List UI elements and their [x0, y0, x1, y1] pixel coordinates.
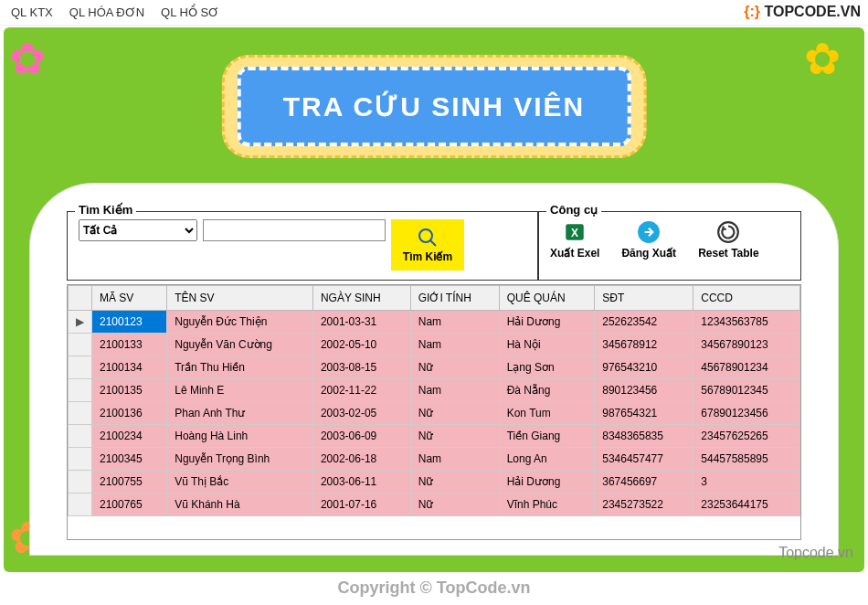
table-cell[interactable]: Phan Anh Thư — [167, 402, 313, 425]
table-cell[interactable]: Lạng Sơn — [499, 356, 595, 379]
table-cell[interactable]: 2002-11-22 — [312, 379, 410, 402]
table-cell[interactable]: Vĩnh Phúc — [499, 494, 595, 516]
table-cell[interactable]: Trần Thu Hiền — [167, 356, 313, 379]
table-cell[interactable]: Nam — [410, 448, 499, 471]
row-indicator — [69, 402, 92, 425]
table-cell[interactable]: 45678901234 — [693, 356, 800, 379]
table-cell[interactable]: 2003-06-09 — [312, 425, 410, 448]
table-cell[interactable]: 2100234 — [92, 425, 167, 448]
table-cell[interactable]: Nguyễn Đức Thiện — [167, 311, 313, 334]
table-cell[interactable]: Hải Dương — [499, 311, 595, 334]
search-input[interactable] — [203, 219, 386, 241]
table-cell[interactable]: 976543210 — [595, 356, 693, 379]
search-fieldset: Tìm Kiếm Tất Cả Tìm Kiếm — [67, 211, 538, 281]
table-cell[interactable]: 5346457477 — [595, 448, 693, 471]
column-header[interactable]: SĐT — [595, 286, 693, 311]
table-cell[interactable]: 12343563785 — [693, 311, 800, 334]
table-row[interactable]: 2100755Vũ Thị Bắc2003-06-11NữHải Dương36… — [69, 471, 800, 494]
table-cell[interactable]: 2100133 — [92, 334, 167, 356]
table-cell[interactable]: Hoàng Hà Linh — [167, 425, 313, 448]
table-cell[interactable]: 2001-07-16 — [312, 494, 410, 516]
excel-icon: X — [562, 219, 587, 245]
table-cell[interactable]: 3 — [693, 471, 800, 494]
table-cell[interactable]: 2003-02-05 — [312, 402, 410, 425]
page-title: TRA CỨU SINH VIÊN — [238, 67, 631, 146]
table-cell[interactable]: 2001-03-31 — [312, 311, 410, 334]
table-cell[interactable]: 34567890123 — [693, 334, 800, 356]
logout-label: Đăng Xuất — [621, 247, 676, 260]
table-row[interactable]: 2100136Phan Anh Thư2003-02-05NữKon Tum98… — [69, 402, 800, 425]
table-cell[interactable]: Nguyễn Văn Cường — [167, 334, 313, 356]
table-cell[interactable]: 23457625265 — [693, 425, 800, 448]
column-header[interactable]: TÊN SV — [167, 286, 313, 311]
table-cell[interactable]: 987654321 — [595, 402, 693, 425]
table-row[interactable]: 2100765Vũ Khánh Hà2001-07-16NữVĩnh Phúc2… — [69, 494, 800, 516]
row-indicator — [69, 448, 92, 471]
table-cell[interactable]: Nữ — [410, 402, 499, 425]
table-cell[interactable]: 54457585895 — [693, 448, 800, 471]
table-cell[interactable]: 2003-08-15 — [312, 356, 410, 379]
table-cell[interactable]: Nam — [410, 311, 499, 334]
table-cell[interactable]: Long An — [499, 448, 595, 471]
table-cell[interactable]: 2002-05-10 — [312, 334, 410, 356]
table-cell[interactable]: 8348365835 — [595, 425, 693, 448]
menu-ktx[interactable]: QL KTX — [11, 5, 53, 19]
column-header[interactable]: QUÊ QUÁN — [499, 286, 595, 311]
column-header[interactable]: MÃ SV — [92, 286, 167, 311]
logout-button[interactable]: Đăng Xuất — [621, 219, 676, 260]
table-row[interactable]: ▶2100123Nguyễn Đức Thiện2001-03-31NamHải… — [69, 311, 800, 334]
table-cell[interactable]: Kon Tum — [499, 402, 595, 425]
column-header[interactable]: GIỚI TÍNH — [410, 286, 499, 311]
table-cell[interactable]: Hà Nội — [499, 334, 595, 356]
table-cell[interactable]: Lê Minh E — [167, 379, 313, 402]
table-cell[interactable]: 2100345 — [92, 448, 167, 471]
table-cell[interactable]: 252623542 — [595, 311, 693, 334]
table-cell[interactable]: Nguyễn Trọng Bình — [167, 448, 313, 471]
table-row[interactable]: 2100134Trần Thu Hiền2003-08-15NữLạng Sơn… — [69, 356, 800, 379]
table-cell[interactable]: 890123456 — [595, 379, 693, 402]
table-cell[interactable]: 2100135 — [92, 379, 167, 402]
table-cell[interactable]: 2003-06-11 — [312, 471, 410, 494]
flower-decoration — [804, 33, 859, 88]
table-row[interactable]: 2100133Nguyễn Văn Cường2002-05-10NamHà N… — [69, 334, 800, 356]
table-row[interactable]: 2100135Lê Minh E2002-11-22NamĐà Nẵng8901… — [69, 379, 800, 402]
search-button[interactable]: Tìm Kiếm — [391, 219, 464, 271]
table-cell[interactable]: Nam — [410, 379, 499, 402]
table-cell[interactable]: 2100134 — [92, 356, 167, 379]
table-cell[interactable]: Đà Nẵng — [499, 379, 595, 402]
table-row[interactable]: 2100234Hoàng Hà Linh2003-06-09NữTiền Gia… — [69, 425, 800, 448]
table-row[interactable]: 2100345Nguyễn Trọng Bình2002-06-18NamLon… — [69, 448, 800, 471]
table-cell[interactable]: Hải Dương — [499, 471, 595, 494]
reset-table-button[interactable]: Reset Table — [698, 219, 758, 260]
column-header[interactable]: NGÀY SINH — [312, 286, 410, 311]
table-cell[interactable]: 56789012345 — [693, 379, 800, 402]
table-cell[interactable]: 367456697 — [595, 471, 693, 494]
table-cell[interactable]: Tiền Giang — [499, 425, 595, 448]
table-cell[interactable]: 345678912 — [595, 334, 693, 356]
table-cell[interactable]: Nam — [410, 334, 499, 356]
table-cell[interactable]: Vũ Thị Bắc — [167, 471, 313, 494]
table-cell[interactable]: Nữ — [410, 356, 499, 379]
table-cell[interactable]: Vũ Khánh Hà — [167, 494, 313, 516]
export-excel-button[interactable]: X Xuất Exel — [550, 219, 599, 260]
column-header[interactable]: CCCD — [693, 286, 800, 311]
table-cell[interactable]: Nữ — [410, 425, 499, 448]
logout-icon — [636, 219, 662, 245]
table-cell[interactable]: 2100755 — [92, 471, 167, 494]
table-cell[interactable]: 2345273522 — [595, 494, 693, 516]
table-cell[interactable]: 67890123456 — [693, 402, 800, 425]
table-cell[interactable]: 2002-06-18 — [312, 448, 410, 471]
row-indicator — [69, 356, 92, 379]
filter-select[interactable]: Tất Cả — [79, 219, 197, 241]
search-icon — [417, 227, 439, 249]
menu-hoadon[interactable]: QL HÓA ĐƠN — [69, 5, 144, 19]
watermark-text: TOPCODE.VN — [765, 4, 862, 19]
table-cell[interactable]: 2100765 — [92, 494, 167, 516]
table-cell[interactable]: Nữ — [410, 494, 499, 516]
table-cell[interactable]: 2100136 — [92, 402, 167, 425]
data-table-container[interactable]: MÃ SVTÊN SVNGÀY SINHGIỚI TÍNHQUÊ QUÁNSĐT… — [67, 284, 801, 540]
table-cell[interactable]: 23253644175 — [693, 494, 800, 516]
table-cell[interactable]: 2100123 — [92, 311, 167, 334]
menu-hoso[interactable]: QL HỒ SƠ — [161, 5, 219, 19]
table-cell[interactable]: Nữ — [410, 471, 499, 494]
